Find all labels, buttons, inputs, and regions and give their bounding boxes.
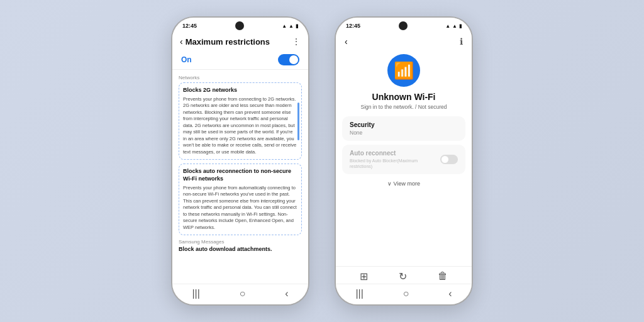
auto-reconnect-label: Auto reconnect: [350, 150, 440, 157]
auto-reconnect-toggle[interactable]: [440, 155, 458, 164]
left-status-bar: 12:45 ▲ ▲ ▮: [172, 18, 308, 31]
restriction-box-2: Blocks auto reconnection to non-secure W…: [179, 164, 302, 235]
left-screen: ‹ Maximum restrictions ⋮ On Networks Blo…: [172, 31, 308, 284]
left-nav-bar: ||| ○ ‹: [172, 284, 308, 304]
left-status-icons: ▲ ▲ ▮: [282, 23, 298, 29]
scene: 12:45 ▲ ▲ ▮ ‹ Maximum restrictions ⋮ On: [0, 0, 644, 322]
right-phone: 12:45 ▲ ▲ ▮ ‹ ℹ 📶 Unknown Wi-Fi Sign in …: [335, 16, 473, 306]
left-back-button[interactable]: ‹: [180, 36, 183, 47]
bottom-action-bar: ⊞ ↻ 🗑: [336, 266, 472, 284]
right-wifi-status-icon: ▲: [452, 23, 457, 29]
right-header: ‹ ℹ: [336, 31, 472, 49]
delete-icon[interactable]: 🗑: [438, 270, 448, 282]
battery-icon: ▮: [296, 23, 298, 29]
share-icon[interactable]: ⊞: [360, 270, 368, 282]
nav-back-icon[interactable]: |||: [192, 288, 199, 299]
left-time: 12:45: [182, 23, 197, 29]
nav-home-icon[interactable]: ○: [240, 288, 246, 299]
right-battery-icon: ▮: [459, 23, 462, 29]
toggle-row: On: [172, 50, 308, 70]
security-card: Security None: [342, 116, 465, 141]
samsung-item: Block auto download attachments.: [179, 246, 302, 253]
restriction1-text: Prevents your phone from connecting to 2…: [183, 96, 297, 156]
samsung-section-label: Samsung Messages: [179, 239, 302, 245]
scroll-content: Networks Blocks 2G networks Prevents you…: [172, 70, 308, 284]
restriction2-text: Prevents your phone from automatically c…: [183, 185, 297, 231]
left-page-title: Maximum restrictions: [186, 37, 292, 47]
restriction2-title: Blocks auto reconnection to non-secure W…: [183, 168, 297, 182]
info-button[interactable]: ℹ: [460, 36, 463, 47]
wifi-icon-circle: 📶: [387, 54, 420, 87]
left-header: ‹ Maximum restrictions ⋮: [172, 31, 308, 50]
toggle-knob: [289, 55, 298, 64]
security-title: Security: [350, 121, 458, 128]
right-status-icons: ▲ ▲ ▮: [445, 23, 462, 29]
right-time: 12:45: [346, 23, 360, 29]
right-status-bar: 12:45 ▲ ▲ ▮: [336, 18, 472, 31]
right-nav-home-icon[interactable]: ○: [403, 288, 409, 299]
auto-reconnect-toggle-knob: [441, 156, 448, 163]
signal-icon: ▲: [282, 23, 287, 29]
view-more-row[interactable]: ∨ View more: [336, 178, 472, 189]
network-name: Unknown Wi-Fi: [336, 92, 472, 102]
wifi-icon: 📶: [394, 61, 414, 80]
toggle-switch[interactable]: [278, 54, 299, 65]
reconnect-icon[interactable]: ↻: [399, 270, 407, 282]
right-notch: [399, 21, 408, 30]
view-more-label: ∨ View more: [387, 180, 420, 187]
security-value: None: [350, 130, 458, 136]
auto-reconnect-card: Auto reconnect Blocked by Auto Blocker(M…: [342, 145, 465, 174]
restriction-box-1: Blocks 2G networks Prevents your phone f…: [179, 82, 302, 160]
auto-reconnect-sub: Blocked by Auto Blocker(Maximum restrict…: [350, 158, 440, 169]
right-signal-icon: ▲: [445, 23, 450, 29]
left-notch: [235, 21, 244, 30]
left-phone: 12:45 ▲ ▲ ▮ ‹ Maximum restrictions ⋮ On: [171, 16, 309, 306]
auto-reconnect-info: Auto reconnect Blocked by Auto Blocker(M…: [350, 150, 440, 169]
right-nav-recents-icon[interactable]: ‹: [448, 288, 452, 299]
network-sub: Sign in to the network. / Not secured: [336, 104, 472, 110]
toggle-label: On: [181, 55, 192, 64]
right-back-button[interactable]: ‹: [345, 36, 348, 47]
left-more-button[interactable]: ⋮: [292, 36, 301, 47]
nav-recents-icon[interactable]: ‹: [285, 288, 288, 299]
right-nav-back-icon[interactable]: |||: [355, 288, 363, 299]
wifi-status-icon: ▲: [289, 23, 294, 29]
spacer: [336, 189, 472, 266]
scroll-indicator: [297, 103, 299, 140]
networks-section-label: Networks: [179, 75, 302, 80]
right-nav-bar: ||| ○ ‹: [336, 284, 472, 304]
right-screen: ‹ ℹ 📶 Unknown Wi-Fi Sign in to the netwo…: [336, 31, 472, 284]
restriction1-title: Blocks 2G networks: [183, 87, 297, 94]
